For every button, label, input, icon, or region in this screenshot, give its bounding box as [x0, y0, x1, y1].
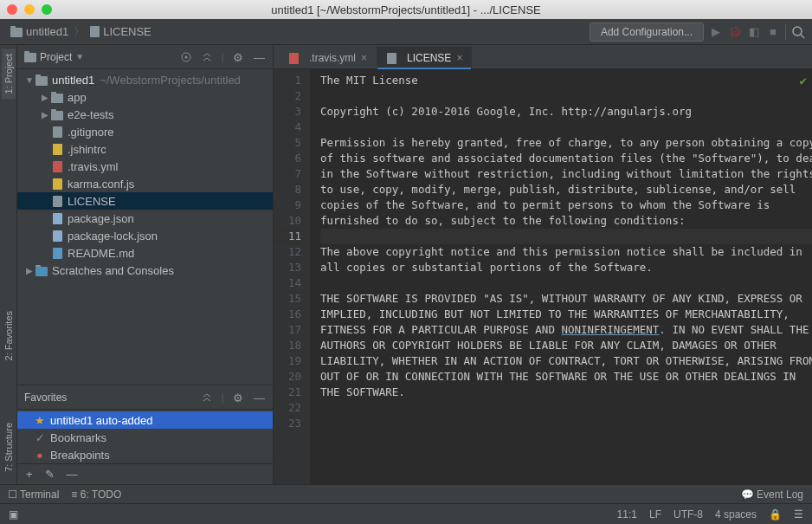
- tree-item[interactable]: package.json: [17, 210, 273, 227]
- indent-setting[interactable]: 4 spaces: [715, 508, 757, 521]
- add-favorite-button[interactable]: +: [26, 468, 33, 481]
- folder-icon: [24, 53, 36, 62]
- side-panel: Project ▼ | ⚙ — ▼untitled1~/WebstormProj…: [17, 45, 274, 484]
- editor-area: .travis.yml×LICENSE× 1234567891011121314…: [274, 45, 812, 484]
- tree-item[interactable]: ▶e2e-tests: [17, 106, 273, 123]
- coverage-icon[interactable]: ◧: [747, 25, 761, 39]
- breadcrumb-separator: 〉: [74, 24, 85, 40]
- remove-favorite-button[interactable]: —: [67, 468, 78, 481]
- terminal-tool-button[interactable]: Terminal: [9, 488, 59, 501]
- todo-tool-button[interactable]: ≡ 6: TODO: [71, 488, 121, 501]
- close-tab-icon[interactable]: ×: [456, 52, 462, 64]
- editor[interactable]: 1234567891011121314151617181920212223 Th…: [274, 69, 812, 484]
- edit-favorite-button[interactable]: ✎: [45, 468, 55, 481]
- locate-icon[interactable]: [180, 51, 192, 63]
- tree-item[interactable]: LICENSE: [17, 192, 273, 210]
- tool-window-quick-access-icon[interactable]: ▣: [9, 508, 18, 521]
- tree-item[interactable]: ▶Scratches and Consoles: [17, 262, 273, 279]
- favorites-tool-tab[interactable]: 2: Favorites: [2, 306, 16, 366]
- event-log-button[interactable]: 💬 Event Log: [741, 488, 803, 501]
- tree-item[interactable]: .travis.yml: [17, 158, 273, 175]
- project-tree[interactable]: ▼untitled1~/WebstormProjects/untitled▶ap…: [17, 69, 273, 385]
- project-tool-tab[interactable]: 1: Project: [2, 49, 16, 99]
- collapse-all-icon[interactable]: [201, 51, 213, 63]
- favorites-item[interactable]: ✓Bookmarks: [17, 429, 273, 446]
- minimize-window-button[interactable]: [24, 4, 35, 15]
- memory-indicator-icon[interactable]: ☰: [794, 508, 803, 521]
- project-tool-header: Project ▼ | ⚙ —: [17, 45, 273, 69]
- window-controls: [7, 4, 52, 15]
- project-tool-title[interactable]: Project ▼: [24, 51, 84, 63]
- close-tab-icon[interactable]: ×: [361, 52, 367, 64]
- left-tool-strip: 1: Project 2: Favorites 7: Structure: [0, 45, 17, 484]
- run-icon[interactable]: ▶: [709, 25, 723, 39]
- close-window-button[interactable]: [7, 4, 17, 15]
- svg-point-3: [184, 55, 187, 58]
- structure-tool-tab[interactable]: 7: Structure: [2, 417, 16, 477]
- favorites-list[interactable]: ★untitled1 auto-added✓Bookmarks●Breakpoi…: [17, 410, 273, 463]
- svg-point-0: [793, 27, 802, 36]
- tree-item[interactable]: karma.conf.js: [17, 175, 273, 192]
- collapse-all-icon[interactable]: [201, 391, 213, 404]
- bottom-tool-bar: Terminal ≡ 6: TODO 💬 Event Log: [0, 484, 812, 503]
- status-bar: ▣ 11:1 LF UTF-8 4 spaces 🔒 ☰: [0, 503, 812, 524]
- line-separator[interactable]: LF: [649, 508, 661, 521]
- favorites-tool-header: Favorites | ⚙ —: [17, 385, 273, 410]
- folder-icon: [10, 28, 23, 37]
- navigation-bar: untitled1 〉 LICENSE Add Configuration...…: [0, 19, 812, 45]
- gear-icon[interactable]: ⚙: [233, 51, 245, 63]
- file-encoding[interactable]: UTF-8: [673, 508, 703, 521]
- tree-item[interactable]: .jshintrc: [17, 140, 273, 158]
- title-bar: untitled1 [~/WebstormProjects/untitled1]…: [0, 0, 812, 19]
- hide-icon[interactable]: —: [254, 51, 266, 63]
- editor-tab[interactable]: .travis.yml×: [279, 47, 377, 68]
- favorites-item[interactable]: ★untitled1 auto-added: [17, 411, 273, 429]
- window-title: untitled1 [~/WebstormProjects/untitled1]…: [0, 3, 812, 16]
- stop-icon[interactable]: ■: [766, 25, 780, 39]
- breadcrumb[interactable]: untitled1 〉 LICENSE: [7, 23, 155, 40]
- editor-tabs: .travis.yml×LICENSE×: [274, 45, 812, 69]
- tree-item[interactable]: README.md: [17, 244, 273, 262]
- debug-icon[interactable]: 🐞: [728, 25, 742, 39]
- file-icon: [90, 26, 100, 37]
- add-configuration-button[interactable]: Add Configuration...: [590, 23, 704, 42]
- inspection-lock-icon[interactable]: 🔒: [769, 508, 782, 521]
- favorites-item[interactable]: ●Breakpoints: [17, 446, 273, 463]
- hide-icon[interactable]: —: [254, 391, 266, 404]
- breadcrumb-item[interactable]: LICENSE: [87, 23, 155, 40]
- favorites-footer: + ✎ —: [17, 463, 273, 484]
- editor-tab[interactable]: LICENSE×: [377, 47, 472, 68]
- gear-icon[interactable]: ⚙: [233, 391, 245, 404]
- tree-item[interactable]: ▶app: [17, 88, 273, 106]
- tree-item[interactable]: ▼untitled1~/WebstormProjects/untitled: [17, 71, 273, 88]
- tree-item[interactable]: package-lock.json: [17, 227, 273, 244]
- line-number-gutter: 1234567891011121314151617181920212223: [274, 69, 310, 484]
- cursor-position[interactable]: 11:1: [617, 508, 637, 521]
- editor-content[interactable]: The MIT License Copyright (c) 2010-2016 …: [310, 69, 812, 484]
- svg-line-1: [801, 35, 804, 38]
- tree-item[interactable]: .gitignore: [17, 123, 273, 140]
- inspection-ok-icon[interactable]: ✔: [800, 73, 807, 88]
- search-icon[interactable]: [791, 25, 805, 39]
- breadcrumb-item[interactable]: untitled1: [7, 23, 72, 40]
- maximize-window-button[interactable]: [42, 4, 52, 15]
- favorites-tool-title[interactable]: Favorites: [24, 391, 67, 404]
